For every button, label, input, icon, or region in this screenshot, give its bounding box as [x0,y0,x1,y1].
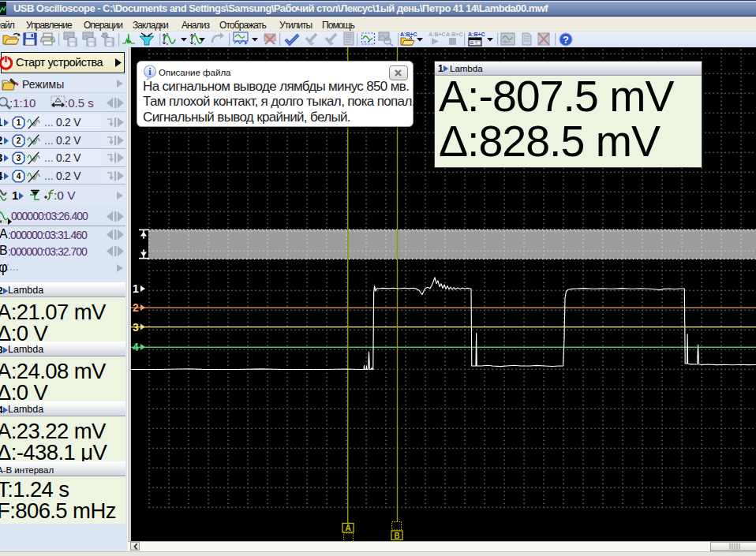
svg-text:A: A [345,524,350,532]
svg-text:A:B+C: A:B+C [400,32,417,37]
svg-text:3: 3 [17,154,21,162]
svg-text:1: 1 [17,118,21,127]
svg-text:3: 3 [133,321,139,334]
svg-text:?: ? [563,34,569,46]
svg-text:4: 4 [133,341,139,353]
svg-text:A:B+C: A:B+C [446,32,463,37]
svg-text:4: 4 [17,172,21,181]
svg-text:A:B+C: A:B+C [429,32,446,37]
svg-text:2: 2 [133,301,139,314]
svg-text:2: 2 [17,136,21,145]
svg-text:A:B+C: A:B+C [468,32,485,37]
svg-text:B: B [394,532,399,540]
svg-text:1: 1 [133,282,139,295]
